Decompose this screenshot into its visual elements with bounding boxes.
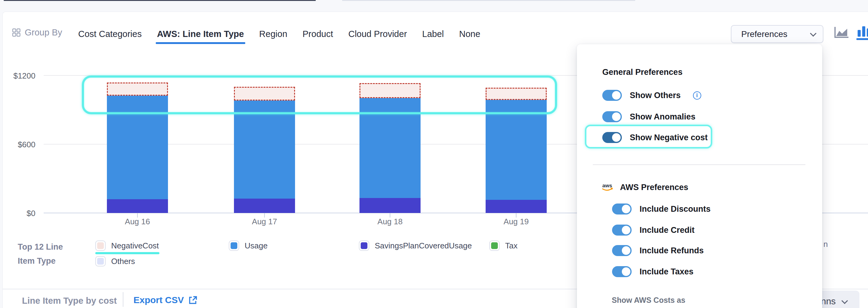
bar-aug-16-negativecost[interactable] [107,83,168,96]
legend-item-savingsplancoveredusage[interactable]: SavingsPlanCoveredUsage [359,241,472,251]
tab-label[interactable]: Label [422,25,444,43]
info-icon[interactable]: i [693,91,701,100]
toggle-knob [621,267,631,277]
legend-label: SavingsPlanCoveredUsage [375,241,472,251]
legend-swatch-tax [489,241,500,251]
y-tick-1200: $1200 [9,71,35,81]
aws-row-include-taxes: Include Taxes [612,266,693,278]
preferences-panel: General Preferences Show OthersiShow Ano… [577,44,822,308]
footer-vertical-separator [123,292,123,307]
toggle-label: Include Taxes [640,267,693,277]
aws-row-include-discounts: Include Discounts [612,203,711,215]
y-tick-600: $600 [9,140,35,149]
tab-cloud-provider[interactable]: Cloud Provider [347,25,407,43]
aws-preferences-heading: AWS Preferences [620,183,688,192]
toggle-knob [611,90,622,100]
toggle-show-others[interactable] [602,90,622,101]
bar-aug-16-usage[interactable] [107,96,168,199]
preferences-button[interactable]: Preferences [731,25,824,43]
legend-label: Usage [245,241,268,251]
legend-label: Tax [505,241,517,251]
show-aws-costs-as-label: Show AWS Costs as [612,296,685,305]
export-csv-link[interactable]: Export CSV [133,295,197,305]
grid-icon [12,28,21,37]
bar-aug-17-savingsplancoveredusage[interactable] [234,198,295,213]
y-tick-0: $0 [9,209,35,218]
bar-aug-17-negativecost[interactable] [234,87,295,100]
bar-chart-icon[interactable] [857,26,868,40]
group-by-label: Group By [25,28,62,38]
bar-aug-19-savingsplancoveredusage[interactable] [486,200,547,213]
toggle-knob [611,112,622,122]
svg-text:aws: aws [602,183,612,188]
tab-none[interactable]: None [459,25,481,43]
bar-aug-18-usage[interactable] [360,98,421,198]
toggle-knob [621,204,631,214]
external-link-icon [188,296,197,305]
general-row-show-anomalies: Show Anomalies [602,111,695,123]
toggle-label: Show Negative cost [630,133,708,143]
bar-aug-18-savingsplancoveredusage[interactable] [360,198,421,213]
aws-logo: aws [602,182,615,192]
aws-row-include-refunds: Include Refunds [612,244,704,257]
tab-cost-categories[interactable]: Cost Categories [78,25,142,43]
legend-partial-hidden-label: n [824,240,828,249]
legend-swatch-negativecost [95,241,106,251]
legend-item-others[interactable]: Others [95,256,135,267]
toggle-show-negative-cost[interactable] [602,132,622,143]
export-csv-label: Export CSV [133,295,184,305]
toggle-label: Show Others [630,91,681,100]
general-preferences-heading: General Preferences [602,67,683,77]
legend-item-usage[interactable]: Usage [229,241,268,251]
toggle-label: Include Discounts [640,205,711,214]
tab-list: Cost CategoriesAWS: Line Item TypeRegion… [78,23,481,44]
group-by-toolbar: Group By Cost CategoriesAWS: Line Item T… [2,23,868,44]
bar-aug-16-savingsplancoveredusage[interactable] [107,199,168,213]
legend-swatch-others [95,256,106,267]
preferences-button-label: Preferences [741,29,787,39]
toggle-include-taxes[interactable] [612,266,631,277]
general-row-show-negative-cost: Show Negative cost [602,131,708,144]
chart-type-switcher [834,26,868,40]
legend-swatch-usage [229,241,239,251]
area-chart-icon[interactable] [834,26,849,38]
toggle-knob [621,245,631,256]
toggle-label: Include Credit [640,225,694,235]
bar-aug-18-negativecost[interactable] [360,83,421,98]
top-edge-strip-light [342,0,635,1]
legend-item-negativecost[interactable]: NegativeCost [95,241,159,251]
columns-dropdown-partial-label: nns [821,296,836,306]
top-edge-strip-dark [4,0,316,1]
toggle-include-refunds[interactable] [612,245,631,256]
chevron-down-icon [810,30,816,37]
toggle-include-credit[interactable] [612,224,631,236]
toggle-show-anomalies[interactable] [602,111,622,122]
tab-product[interactable]: Product [302,25,334,43]
toggle-label: Show Anomalies [630,112,695,122]
toggle-knob [611,132,622,143]
toggle-include-discounts[interactable] [612,204,631,215]
bar-aug-19-negativecost[interactable] [486,88,547,100]
legend-swatch-savingsplancoveredusage [359,241,369,251]
legend-highlight-underline [95,252,159,254]
aws-preferences-heading-block: aws AWS Preferences [602,182,688,192]
legend-label: Others [111,257,135,266]
active-chart-type-indicator [857,38,868,40]
toggle-label: Include Refunds [640,246,704,255]
legend-item-tax[interactable]: Tax [489,241,517,251]
legend-label: NegativeCost [111,241,159,251]
chevron-down-icon [841,297,848,304]
tab-aws-line-item-type[interactable]: AWS: Line Item Type [156,25,245,43]
tab-region[interactable]: Region [259,25,288,43]
bar-aug-17-usage[interactable] [234,100,295,198]
panel-divider [593,164,805,165]
group-by-label-block: Group By [12,28,62,38]
general-row-show-others: Show Othersi [602,89,701,101]
toggle-knob [621,225,631,235]
aws-row-include-credit: Include Credit [612,224,694,236]
cost-analytics-screen: Group By Cost CategoriesAWS: Line Item T… [0,0,868,308]
footer-section-title: Line Item Type by cost [22,296,117,306]
legend-title: Top 12 Line Item Type [18,240,80,268]
bar-aug-19-usage[interactable] [486,100,547,200]
